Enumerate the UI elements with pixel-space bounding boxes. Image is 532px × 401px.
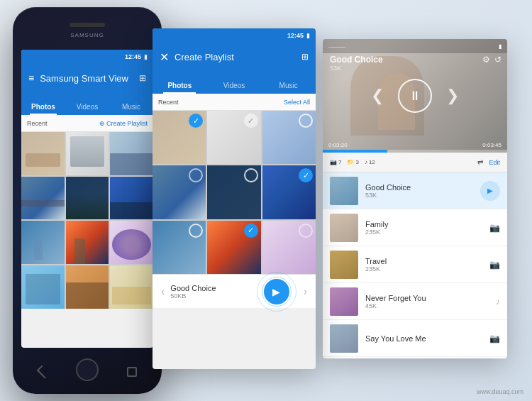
tab-photos-1[interactable]: Photos (21, 103, 65, 115)
photo-cell[interactable] (66, 221, 109, 264)
folder-icon: 📁 (347, 159, 354, 165)
recent-label: Recent (27, 120, 48, 127)
tabs-bar-1: Photos Videos Music (21, 92, 153, 115)
photo-cell[interactable] (110, 221, 153, 264)
checkmark-selected[interactable]: ✓ (244, 224, 258, 238)
player-toolbar: 📷 7 📁 3 ♪ 12 ⇄ Edit (323, 153, 507, 172)
playlist-item-name: Say You Love Me (365, 334, 482, 343)
checkmark-empty[interactable] (299, 224, 313, 238)
photo-grid-1 (21, 132, 153, 309)
status-bar-2: 12:45 ▮ (153, 28, 316, 43)
playlist-thumb (330, 251, 358, 279)
camera-icon: 📷 (330, 159, 337, 165)
playlist-item-sayyouloveme[interactable]: Say You Love Me 📷 (323, 320, 507, 357)
photo-cell[interactable] (21, 221, 65, 264)
playlist-item-count: 45K (365, 302, 489, 309)
status-time-1: 12:45 (125, 53, 141, 60)
toolbar-2: Recent Select All (153, 94, 316, 111)
checkmark-empty[interactable] (244, 168, 258, 182)
checkmark-empty[interactable] (189, 168, 203, 182)
time-total: 0:03:45 (482, 142, 501, 148)
player-controls: ❮ ⏸ ❯ (323, 39, 507, 153)
tab-photos-2[interactable]: Photos (153, 82, 207, 94)
playlist-info: Never Forget You 45K (365, 294, 489, 309)
bottom-title: Good Choice (170, 284, 249, 292)
home-button[interactable] (76, 358, 99, 381)
playlist-item-family[interactable]: Family 235K 📷 (323, 209, 507, 246)
playlist-info: Good Choice 53K (365, 183, 473, 199)
prev-arrow[interactable]: ‹ (161, 285, 165, 298)
playlist-item-count: 235K (365, 265, 482, 273)
tab-music-2[interactable]: Music (261, 82, 316, 94)
tab-videos-1[interactable]: Videos (65, 103, 109, 115)
status-time-2: 12:45 (287, 32, 304, 39)
create-playlist-btn[interactable]: ⊕ Create Playlist (99, 120, 148, 127)
photo-cell[interactable] (110, 132, 153, 175)
playlist-thumb (330, 177, 358, 205)
flowers-silhouette (112, 229, 151, 259)
photo-cell-2[interactable]: ✓ (207, 221, 260, 274)
playlist-item-neverforgot[interactable]: Never Forget You 45K ♪ (323, 283, 507, 320)
playlist-item-name: Never Forget You (365, 294, 489, 302)
photo-cell[interactable] (21, 132, 65, 175)
photo-cell-2[interactable] (207, 165, 260, 219)
grid-icon[interactable]: ⊞ (139, 73, 146, 83)
close-icon[interactable]: ✕ (160, 50, 169, 64)
photo-cell-2[interactable] (262, 111, 316, 164)
phone1: SAMSUNG 12:45 ▮ ≡ Samsung Smart View ⊞ P… (13, 7, 162, 394)
toolbar-camera-count: 📷 7 (330, 159, 341, 165)
checkmark-selected[interactable]: ✓ (299, 168, 313, 182)
checkmark-empty[interactable] (299, 114, 313, 128)
toolbar-folder-count: 📁 3 (347, 159, 358, 165)
battery-icon: ▮ (144, 53, 148, 60)
player-bottom-bar: ‹ Good Choice 50KB ▶ › (153, 274, 316, 308)
photo-cell[interactable] (66, 132, 109, 175)
prev-button[interactable]: ❮ (371, 87, 384, 105)
recent-label-2: Recent (158, 99, 179, 106)
player-area: ――― ▮ Good Choice 53K ⚙ ↺ ❮ ⏸ ❯ 0:03:20 … (323, 39, 507, 153)
photo-cell-2[interactable]: ✓ (207, 111, 260, 164)
photo-cell[interactable] (66, 177, 109, 220)
photo-cell-2[interactable]: ✓ (262, 165, 316, 219)
playlist-item-name: Travel (365, 257, 482, 265)
photo-cell-2[interactable] (153, 165, 206, 219)
select-all-btn[interactable]: Select All (284, 99, 310, 106)
photo-cell[interactable] (21, 265, 65, 309)
playlist-item-name: Family (365, 220, 482, 229)
photo-cell-2[interactable] (153, 221, 206, 274)
photo-cell[interactable] (21, 177, 65, 220)
back-button[interactable] (37, 366, 50, 378)
time-current: 0:03:20 (328, 142, 348, 148)
panel3: ――― ▮ Good Choice 53K ⚙ ↺ ❮ ⏸ ❯ 0:03:20 … (323, 39, 507, 358)
checkmark-empty[interactable] (189, 224, 203, 238)
tab-videos-2[interactable]: Videos (207, 82, 262, 94)
edit-btn[interactable]: Edit (489, 159, 500, 166)
phone1-screen: 12:45 ▮ ≡ Samsung Smart View ⊞ Photos Vi… (21, 50, 153, 348)
phone1-speaker (70, 23, 105, 27)
grid-icon-2[interactable]: ⊞ (301, 52, 309, 62)
playlist-item-name: Good Choice (365, 183, 473, 192)
furniture-silhouette (26, 153, 60, 166)
pause-button[interactable]: ⏸ (398, 79, 432, 113)
tab-music-1[interactable]: Music (109, 103, 153, 115)
checkmark-selected[interactable]: ✓ (244, 114, 258, 128)
bottom-size: 50KB (170, 292, 249, 300)
menu-icon[interactable]: ≡ (28, 72, 34, 84)
checkmark-selected[interactable]: ✓ (189, 114, 203, 128)
recent-apps-button[interactable] (127, 367, 137, 377)
playlist-item-travel[interactable]: Travel 235K 📷 (323, 246, 507, 283)
photo-cell[interactable] (110, 265, 153, 309)
next-arrow[interactable]: › (304, 285, 307, 298)
person-silhouette (34, 238, 43, 260)
playlist-item-goodchoice[interactable]: Good Choice 53K ▶ (323, 172, 507, 209)
progress-bar[interactable] (323, 150, 507, 153)
app-header-1: ≡ Samsung Smart View ⊞ (21, 64, 153, 92)
shuffle-icon[interactable]: ⇄ (477, 158, 483, 166)
next-button[interactable]: ❯ (446, 87, 459, 105)
photo-cell-2[interactable]: ✓ (153, 111, 206, 164)
photo-cell[interactable] (66, 265, 109, 309)
playlist-info: Say You Love Me (365, 334, 482, 343)
photo-cell-2[interactable] (262, 221, 316, 274)
photo-cell[interactable] (110, 177, 153, 220)
tabs-bar-2: Photos Videos Music (153, 71, 316, 94)
